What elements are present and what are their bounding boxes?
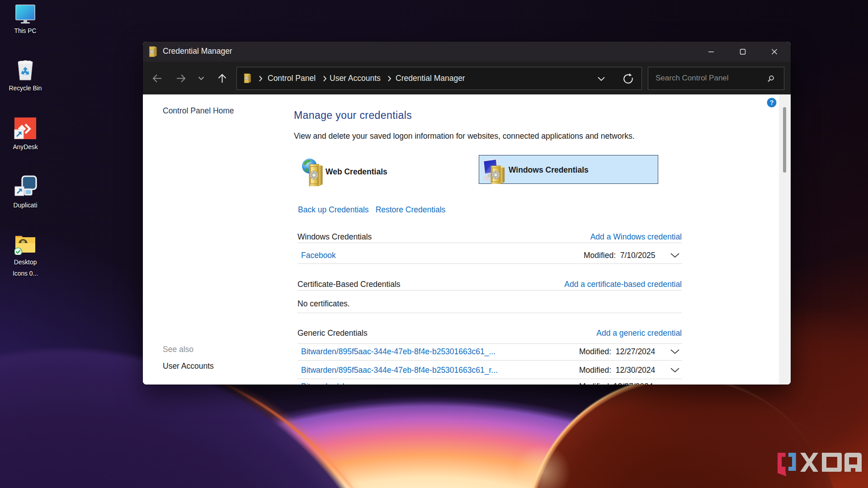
svg-text:?: ? xyxy=(770,99,774,106)
